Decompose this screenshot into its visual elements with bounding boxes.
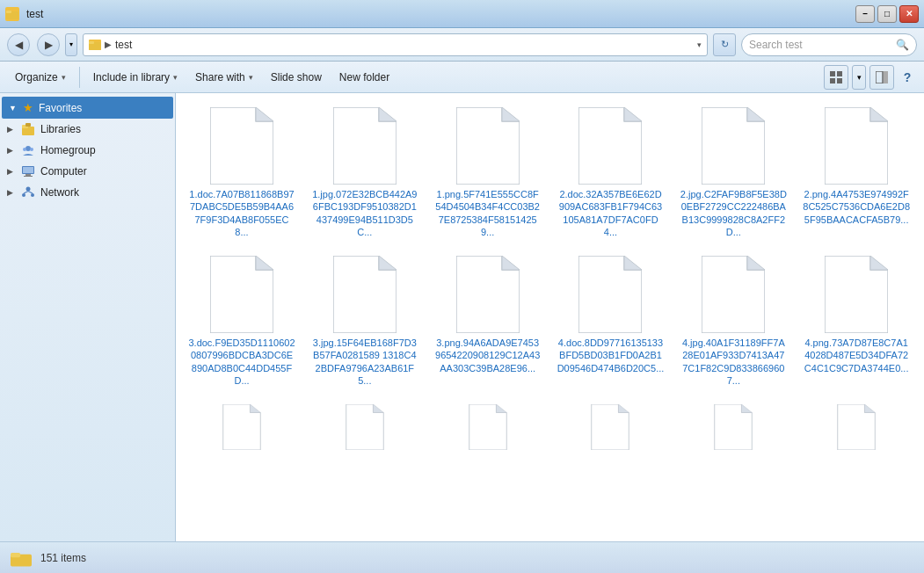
list-item[interactable]: 3.doc.F9ED35D11106020807996BDCBA3DC6E890… bbox=[185, 250, 299, 392]
svg-rect-3 bbox=[89, 41, 94, 44]
close-button[interactable]: ✕ bbox=[899, 5, 919, 23]
file-icon bbox=[578, 107, 642, 185]
list-item[interactable] bbox=[553, 399, 667, 459]
sidebar-item-network[interactable]: ▶ Network bbox=[0, 182, 175, 203]
sidebar-libraries-label: Libraries bbox=[40, 123, 81, 135]
svg-point-21 bbox=[22, 193, 25, 197]
share-with-button[interactable]: Share with ▾ bbox=[187, 65, 261, 90]
slideshow-button[interactable]: Slide show bbox=[263, 65, 330, 90]
organize-dropdown-arrow: ▾ bbox=[62, 73, 66, 82]
search-icon: 🔍 bbox=[896, 39, 909, 51]
file-icon bbox=[210, 404, 273, 450]
list-item[interactable] bbox=[185, 399, 299, 459]
new-folder-label: New folder bbox=[339, 71, 389, 83]
back-button[interactable]: ◀ bbox=[7, 33, 30, 56]
svg-marker-42 bbox=[502, 256, 520, 270]
view-button[interactable] bbox=[824, 65, 848, 90]
list-item[interactable]: 1.png.5F741E555CC8F54D4504B34F4CC03B27E8… bbox=[431, 102, 545, 243]
file-icon bbox=[210, 256, 273, 333]
history-dropdown-button[interactable]: ▾ bbox=[65, 33, 77, 56]
main-content: ▼ ★ Favorites ▶ Libraries ▶ Homegroup bbox=[0, 93, 924, 541]
organize-button[interactable]: Organize ▾ bbox=[7, 65, 74, 90]
svg-rect-1 bbox=[6, 11, 11, 13]
sidebar-favorites-label: Favorites bbox=[39, 102, 82, 114]
sidebar-item-favorites[interactable]: ▼ ★ Favorites bbox=[2, 97, 173, 119]
refresh-button[interactable]: ↻ bbox=[713, 33, 736, 56]
svg-marker-46 bbox=[747, 256, 765, 270]
library-dropdown-arrow: ▾ bbox=[173, 73, 178, 82]
favorites-expand-icon: ▼ bbox=[9, 104, 18, 112]
file-area[interactable]: 1.doc.7A07B811868B977DABC5DE5B59B4AA67F9… bbox=[176, 93, 924, 541]
list-item[interactable] bbox=[308, 399, 422, 459]
file-icon bbox=[333, 404, 397, 450]
libraries-expand-icon: ▶ bbox=[7, 125, 16, 134]
network-expand-icon: ▶ bbox=[7, 188, 16, 197]
file-icon bbox=[456, 256, 520, 333]
forward-button[interactable]: ▶ bbox=[37, 33, 60, 56]
file-icon bbox=[825, 256, 888, 333]
svg-marker-52 bbox=[373, 404, 383, 412]
toolbar: Organize ▾ Include in library ▾ Share wi… bbox=[0, 62, 924, 93]
list-item[interactable]: 4.doc.8DD97716135133BFD5BD03B1FD0A2B1D09… bbox=[553, 250, 667, 392]
svg-marker-26 bbox=[256, 107, 273, 121]
preview-pane-button[interactable] bbox=[869, 65, 894, 90]
share-with-label: Share with bbox=[195, 71, 245, 83]
svg-rect-6 bbox=[830, 78, 835, 83]
status-bar: 151 items bbox=[0, 541, 924, 573]
file-icon bbox=[702, 256, 765, 333]
status-folder-icon bbox=[11, 549, 32, 567]
file-icon bbox=[825, 404, 888, 450]
list-item[interactable]: 3.jpg.15F64EB168F7D3B57FA0281589 1318C42… bbox=[308, 250, 422, 392]
file-icon bbox=[456, 404, 520, 450]
svg-marker-48 bbox=[870, 256, 888, 270]
organize-label: Organize bbox=[15, 71, 58, 83]
include-in-library-button[interactable]: Include in library ▾ bbox=[85, 65, 186, 90]
file-name: 3.jpg.15F64EB168F7D3B57FA0281589 1318C42… bbox=[311, 337, 418, 387]
sidebar-homegroup-label: Homegroup bbox=[40, 144, 96, 156]
svg-marker-50 bbox=[250, 404, 260, 412]
svg-marker-32 bbox=[624, 107, 642, 121]
list-item[interactable]: 4.png.73A7D87E8C7A14028D487E5D34DFA72C4C… bbox=[799, 250, 913, 392]
breadcrumb-folder-icon bbox=[89, 40, 101, 50]
view-dropdown-arrow: ▾ bbox=[857, 73, 862, 82]
maximize-button[interactable]: □ bbox=[877, 5, 897, 23]
search-box[interactable]: 🔍 bbox=[741, 33, 917, 56]
list-item[interactable]: 4.jpg.40A1F31189FF7A28E01AF933D7413A477C… bbox=[676, 250, 790, 392]
list-item[interactable]: 1.doc.7A07B811868B977DABC5DE5B59B4AA67F9… bbox=[185, 102, 299, 243]
list-item[interactable]: 2.png.4A4753E974992F8C525C7536CDA6E2D85F… bbox=[799, 102, 913, 243]
svg-marker-56 bbox=[619, 404, 629, 412]
list-item[interactable]: 3.png.94A6ADA9E74539654220908129C12A43AA… bbox=[431, 250, 545, 392]
share-dropdown-arrow: ▾ bbox=[249, 73, 253, 82]
file-name: 1.png.5F741E555CC8F54D4504B34F4CC03B27E8… bbox=[434, 188, 542, 238]
list-item[interactable] bbox=[676, 399, 790, 459]
file-icon bbox=[578, 404, 642, 450]
view-dropdown-button[interactable]: ▾ bbox=[852, 65, 866, 90]
minimize-button[interactable]: – bbox=[855, 5, 875, 23]
sidebar: ▼ ★ Favorites ▶ Libraries ▶ Homegroup bbox=[0, 93, 176, 541]
svg-rect-8 bbox=[876, 71, 883, 83]
help-button[interactable]: ? bbox=[898, 68, 917, 87]
list-item[interactable] bbox=[431, 399, 545, 459]
sidebar-item-libraries[interactable]: ▶ Libraries bbox=[0, 119, 175, 140]
svg-rect-5 bbox=[837, 71, 842, 76]
svg-rect-17 bbox=[23, 167, 33, 173]
list-item[interactable]: 2.jpg.C2FAF9B8F5E38D0EBF2729CC222486BAB1… bbox=[676, 102, 790, 243]
list-item[interactable] bbox=[799, 399, 913, 459]
file-name: 4.doc.8DD97716135133BFD5BD03B1FD0A2B1D09… bbox=[557, 337, 664, 374]
list-item[interactable]: 1.jpg.072E32BCB442A96FBC193DF9510382D143… bbox=[308, 102, 422, 243]
svg-marker-44 bbox=[624, 256, 642, 270]
svg-rect-9 bbox=[884, 71, 888, 83]
file-name: 4.png.73A7D87E8C7A14028D487E5D34DFA72C4C… bbox=[803, 337, 910, 374]
svg-point-14 bbox=[23, 148, 26, 151]
item-count: 151 items bbox=[40, 552, 86, 564]
search-input[interactable] bbox=[749, 39, 892, 51]
svg-marker-30 bbox=[502, 107, 520, 121]
sidebar-item-homegroup[interactable]: ▶ Homegroup bbox=[0, 140, 175, 161]
file-name: 2.png.4A4753E974992F8C525C7536CDA6E2D85F… bbox=[803, 188, 910, 226]
list-item[interactable]: 2.doc.32A357BE6E62D909AC683FB1F794C63105… bbox=[553, 102, 667, 243]
libraries-icon bbox=[21, 123, 35, 135]
new-folder-button[interactable]: New folder bbox=[331, 65, 397, 90]
breadcrumb-dropdown-arrow[interactable]: ▾ bbox=[697, 40, 702, 49]
svg-line-24 bbox=[28, 192, 33, 194]
sidebar-item-computer[interactable]: ▶ Computer bbox=[0, 161, 175, 182]
